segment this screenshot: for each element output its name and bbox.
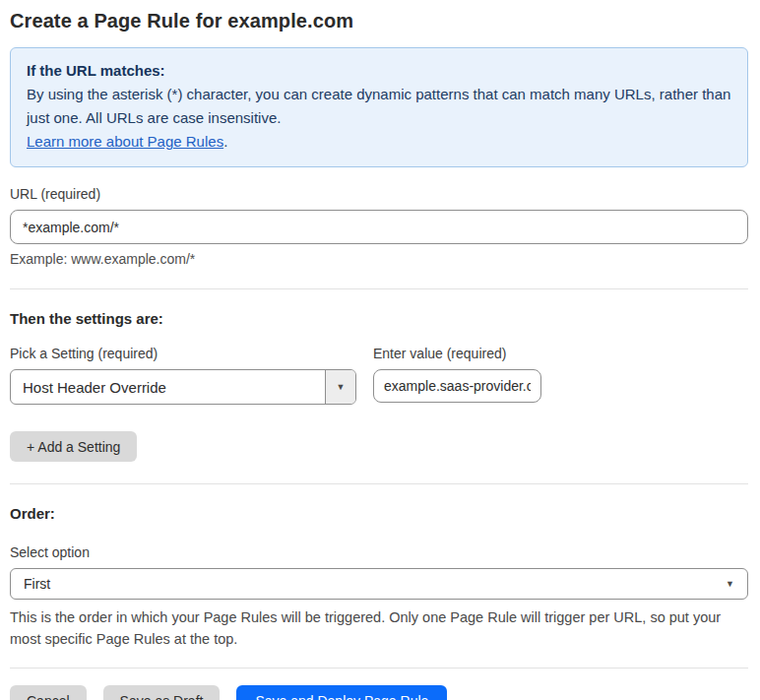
order-select[interactable]: First ▼	[10, 568, 748, 600]
pick-setting-label: Pick a Setting (required)	[10, 346, 356, 361]
cancel-button[interactable]: Cancel	[10, 685, 87, 700]
save-deploy-button[interactable]: Save and Deploy Page Rule	[236, 685, 447, 700]
info-box-body: By using the asterisk (*) character, you…	[27, 83, 731, 130]
page-rule-form: Create a Page Rule for example.com If th…	[0, 0, 760, 700]
divider	[10, 288, 748, 289]
order-help-text: This is the order in which your Page Rul…	[10, 606, 743, 650]
order-section-heading: Order:	[10, 505, 748, 522]
divider	[10, 483, 748, 484]
url-match-info-box: If the URL matches: By using the asteris…	[10, 47, 748, 167]
settings-section-heading: Then the settings are:	[10, 310, 748, 327]
info-box-heading: If the URL matches:	[27, 59, 731, 83]
url-label: URL (required)	[10, 186, 748, 202]
caret-down-icon: ▼	[337, 383, 346, 392]
footer-actions: Cancel Save as Draft Save and Deploy Pag…	[10, 685, 748, 700]
setting-row: Pick a Setting (required) Host Header Ov…	[10, 327, 748, 405]
pick-setting-dropdown-button[interactable]: ▼	[325, 370, 355, 404]
order-selected-value: First	[24, 576, 50, 592]
info-box-link-line: Learn more about Page Rules.	[27, 130, 731, 154]
pick-setting-select[interactable]: Host Header Override ▼	[10, 369, 356, 405]
divider	[10, 668, 748, 668]
url-input[interactable]	[10, 210, 748, 244]
order-select-label: Select option	[10, 544, 748, 560]
setting-value-input[interactable]	[373, 369, 541, 403]
url-example-text: Example: www.example.com/*	[10, 251, 748, 267]
caret-down-icon: ▼	[726, 580, 734, 589]
add-setting-button[interactable]: + Add a Setting	[10, 431, 137, 462]
pick-setting-selected-value: Host Header Override	[11, 370, 325, 404]
save-draft-button[interactable]: Save as Draft	[103, 685, 221, 700]
link-period: .	[223, 133, 227, 150]
enter-value-label: Enter value (required)	[373, 346, 541, 361]
enter-value-column: Enter value (required)	[373, 337, 541, 403]
learn-more-link[interactable]: Learn more about Page Rules	[27, 133, 223, 150]
pick-setting-column: Pick a Setting (required) Host Header Ov…	[10, 327, 356, 405]
page-title: Create a Page Rule for example.com	[10, 10, 748, 32]
